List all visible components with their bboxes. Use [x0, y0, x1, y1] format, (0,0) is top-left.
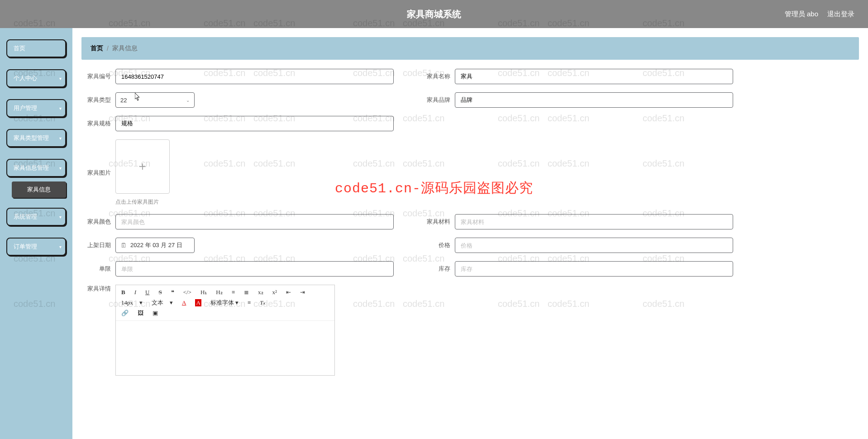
form: 家具编号 家具名称 家具类型 22 ⌄ 家具	[72, 60, 868, 385]
label-material: 家具材料	[425, 218, 450, 226]
calendar-icon: 🗓	[120, 242, 127, 249]
editor-bold-icon[interactable]: B	[119, 288, 127, 297]
editor-h2-icon[interactable]: H₂	[214, 288, 224, 297]
sidebar-item-label: 家具信息管理	[14, 164, 49, 172]
sidebar-item-users[interactable]: 用户管理 ▾	[6, 99, 66, 117]
editor-video-icon[interactable]: ▣	[151, 309, 160, 318]
label-date: 上架日期	[86, 241, 111, 249]
label-price: 价格	[425, 241, 450, 249]
breadcrumb-home[interactable]: 首页	[91, 44, 103, 52]
sidebar-item-profile[interactable]: 个人中心 ▾	[6, 69, 66, 87]
field-color: 家具颜色	[86, 214, 394, 229]
label-detail: 家具详情	[86, 285, 111, 293]
chevron-down-icon: ▾	[139, 299, 143, 306]
input-price[interactable]	[455, 238, 733, 253]
chevron-down-icon: ▾	[59, 244, 62, 249]
header: 家具商城系统 管理员 abo 退出登录	[0, 0, 868, 28]
input-name[interactable]	[455, 69, 733, 84]
editor-list-ol-icon[interactable]: ≡	[230, 288, 237, 297]
editor-color-icon[interactable]: A	[180, 298, 188, 307]
editor-link-icon[interactable]: 🔗	[119, 309, 130, 318]
field-material: 家具材料	[425, 214, 733, 229]
field-code: 家具编号	[86, 69, 394, 84]
select-type[interactable]: 22 ⌄	[115, 92, 195, 108]
sidebar-item-label: 个人中心	[14, 74, 37, 82]
sidebar-sub-furniture-info[interactable]: 家具信息	[12, 181, 66, 198]
sidebar-item-system[interactable]: 系统管理 ▾	[6, 208, 66, 226]
sidebar-sub-label: 家具信息	[27, 186, 51, 194]
field-stock: 库存	[425, 261, 733, 277]
editor-indent-icon[interactable]: ⇤	[284, 288, 293, 297]
editor-h1-icon[interactable]: H₁	[199, 288, 209, 297]
field-date: 上架日期 🗓 2022 年 03 月 27 日	[86, 238, 394, 253]
field-type: 家具类型 22 ⌄	[86, 92, 394, 108]
editor-body[interactable]	[116, 321, 334, 375]
editor-quote-icon[interactable]: ❝	[169, 288, 176, 297]
logout-link[interactable]: 退出登录	[827, 10, 854, 19]
upload-tip: 点击上传家具图片	[115, 198, 170, 206]
editor-italic-icon[interactable]: I	[133, 288, 138, 297]
chevron-down-icon: ▾	[59, 215, 62, 220]
label-color: 家具颜色	[86, 218, 111, 226]
main: 首页 / 家具信息 家具编号 家具名称 家具类型 22	[72, 28, 868, 439]
sidebar-item-label: 订单管理	[14, 243, 37, 251]
editor-code-icon[interactable]: </>	[181, 288, 193, 297]
chevron-down-icon: ▾	[59, 166, 62, 171]
editor-strike-icon[interactable]: S	[157, 288, 163, 297]
breadcrumb-current: 家具信息	[112, 44, 138, 52]
editor-bgcolor-icon[interactable]: A	[193, 298, 203, 307]
label-code: 家具编号	[86, 72, 111, 81]
field-limit: 单限	[86, 261, 394, 277]
editor-sup-icon[interactable]: x²	[271, 288, 279, 297]
sidebar-item-label: 用户管理	[14, 104, 37, 112]
editor-fontfamily-select[interactable]: 标准字体 ▾	[209, 298, 240, 308]
date-picker[interactable]: 🗓 2022 年 03 月 27 日	[115, 238, 195, 253]
editor-toolbar: B I U S ❝ </> H₁ H₂ ≡ ≣ x₂ x² ⇤	[116, 285, 334, 321]
label-limit: 单限	[86, 265, 111, 273]
editor-text-select[interactable]: 文本 ▾	[150, 298, 175, 308]
input-color[interactable]	[115, 214, 394, 229]
field-spec: 家具规格	[86, 116, 394, 131]
breadcrumb-sep: /	[107, 45, 109, 52]
label-brand: 家具品牌	[425, 96, 450, 104]
editor-list-ul-icon[interactable]: ≣	[242, 288, 251, 297]
sidebar-item-label: 系统管理	[14, 213, 37, 221]
editor-underline-icon[interactable]: U	[143, 288, 151, 297]
rich-editor: B I U S ❝ </> H₁ H₂ ≡ ≣ x₂ x² ⇤	[115, 285, 335, 376]
input-code[interactable]	[115, 69, 394, 84]
sidebar-item-home[interactable]: 首页	[6, 39, 66, 57]
date-value: 2022 年 03 月 27 日	[130, 241, 182, 249]
label-image: 家具图片	[86, 169, 111, 177]
chevron-down-icon: ▾	[59, 106, 62, 111]
sidebar-item-furniture-info[interactable]: 家具信息管理 ▾	[6, 159, 66, 177]
field-price: 价格	[425, 238, 733, 253]
editor-clear-icon[interactable]: Tₓ	[258, 298, 267, 307]
header-right: 管理员 abo 退出登录	[785, 10, 854, 19]
editor-outdent-icon[interactable]: ⇥	[298, 288, 307, 297]
select-type-value: 22	[120, 97, 186, 104]
user-label[interactable]: 管理员 abo	[785, 10, 818, 19]
editor-sub-icon[interactable]: x₂	[256, 288, 265, 297]
input-limit[interactable]	[115, 261, 394, 277]
upload-image[interactable]: +	[115, 139, 170, 194]
chevron-down-icon: ▾	[235, 299, 238, 306]
chevron-down-icon: ▾	[59, 136, 62, 141]
sidebar-item-orders[interactable]: 订单管理 ▾	[6, 238, 66, 256]
chevron-down-icon: ▾	[170, 299, 173, 306]
sidebar-item-label: 家具类型管理	[14, 134, 49, 142]
editor-image-icon[interactable]: 🖼	[136, 309, 145, 318]
field-brand: 家具品牌	[425, 92, 733, 108]
field-detail: 家具详情 B I U S ❝ </> H₁ H₂ ≡	[86, 285, 854, 376]
sidebar-item-furniture-type[interactable]: 家具类型管理 ▾	[6, 129, 66, 147]
app-title: 家具商城系统	[0, 8, 868, 20]
sidebar-item-label: 首页	[14, 44, 25, 52]
label-stock: 库存	[425, 265, 450, 273]
input-material[interactable]	[455, 214, 733, 229]
chevron-down-icon: ⌄	[186, 98, 190, 103]
editor-fontsize-select[interactable]: 14px ▾	[119, 298, 144, 307]
sidebar: 首页 个人中心 ▾ 用户管理 ▾ 家具类型管理 ▾ 家具信息管理 ▾ 家具信息 …	[0, 28, 72, 439]
editor-align-icon[interactable]: ≡	[246, 298, 253, 307]
input-brand[interactable]	[455, 92, 733, 108]
input-spec[interactable]	[115, 116, 394, 131]
input-stock[interactable]	[455, 261, 733, 277]
